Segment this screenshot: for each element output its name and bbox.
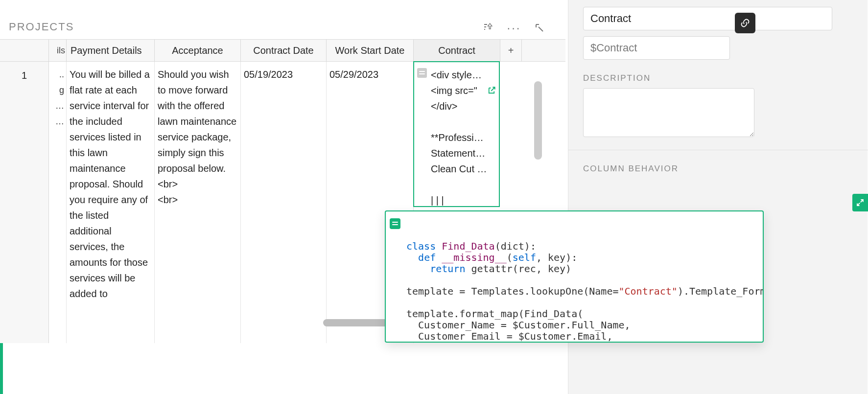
column-header-payment[interactable]: Payment Details xyxy=(67,40,155,61)
description-textarea[interactable] xyxy=(583,88,754,137)
sort-filter-icon[interactable] xyxy=(482,22,495,34)
contract-line: <img src=" xyxy=(431,85,477,96)
formula-editor[interactable]: class Find_Data(dict): def __missing__(s… xyxy=(385,210,764,343)
row-number[interactable]: 1 xyxy=(0,62,49,343)
external-link-icon[interactable] xyxy=(487,84,496,99)
cell-contract-active[interactable]: <div style… <img src=" </div> **Professi… xyxy=(413,61,500,207)
cell-contract-date[interactable]: 05/19/2023 xyxy=(241,62,327,343)
more-menu-icon[interactable]: ··· xyxy=(508,22,520,34)
contract-line: Statement… xyxy=(431,148,485,159)
contract-line: </div> xyxy=(431,101,457,112)
add-column-button[interactable]: + xyxy=(500,40,522,61)
cell-payment-details[interactable]: You will be billed a flat rate at each s… xyxy=(67,62,155,343)
divider xyxy=(568,150,868,150)
behavior-label: COLUMN BEHAVIOR xyxy=(583,164,858,174)
contract-line: | | | xyxy=(431,195,444,206)
column-header-contract-date[interactable]: Contract Date xyxy=(241,40,327,61)
cell-partial[interactable]: .. g … … xyxy=(49,62,67,343)
column-header-acceptance[interactable]: Acceptance xyxy=(155,40,241,61)
vertical-scrollbar[interactable] xyxy=(534,81,542,160)
scroll-gutter xyxy=(522,40,532,61)
expand-section-icon[interactable] xyxy=(533,22,546,34)
column-header-contract[interactable]: Contract xyxy=(414,40,500,61)
column-header-work-start[interactable]: Work Start Date xyxy=(327,40,414,61)
cell-acceptance[interactable]: Should you wish to move forward with the… xyxy=(155,62,241,343)
expand-editor-button[interactable] xyxy=(852,194,868,211)
column-header-partial[interactable]: ils xyxy=(49,40,67,61)
section-toolbar: ··· xyxy=(482,22,546,34)
rownum-header xyxy=(0,40,49,61)
derive-id-button[interactable] xyxy=(735,13,755,33)
contract-line: Clean Cut … xyxy=(431,163,487,174)
column-id-input[interactable] xyxy=(583,36,730,60)
section-title: PROJECTS xyxy=(9,21,74,33)
contract-line: **Professi… xyxy=(431,132,484,143)
cell-expand-icon[interactable] xyxy=(417,68,427,78)
description-label: DESCRIPTION xyxy=(583,73,858,83)
contract-line: <div style… xyxy=(431,70,482,80)
column-header-row: ils Payment Details Acceptance Contract … xyxy=(0,40,565,62)
formula-gutter-icon xyxy=(390,218,400,229)
column-label-input[interactable] xyxy=(583,7,832,30)
